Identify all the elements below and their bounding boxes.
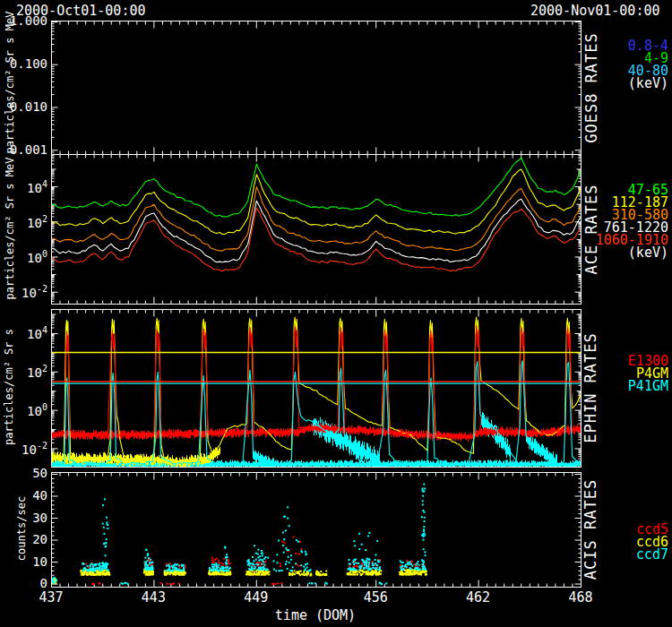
axis-ticks <box>52 21 582 155</box>
ephin-series-P41GM-band <box>314 417 380 468</box>
legend-ace: 47-65112-187310-580761-12201060-1910(keV… <box>596 184 668 259</box>
y-axis-label-acis: counts/sec <box>15 471 28 586</box>
y-axis-label-ace: particles/cm² Sr s MeV <box>3 153 15 303</box>
panel-goes8-plot <box>51 21 582 155</box>
legend-item: ccd7 <box>636 548 668 561</box>
x-tick-label: 437 <box>24 589 78 606</box>
legend-item: P41GM <box>628 380 668 392</box>
ephin-series-P41GM-band <box>482 412 511 462</box>
legend-item: (keV) <box>628 77 668 90</box>
y-axis-label-ephin: particles/cm² Sr s <box>3 308 15 466</box>
axis-ticks <box>52 155 582 305</box>
ace-series-112187-line <box>52 169 582 235</box>
acis-series-ccd7-scatter <box>51 484 426 585</box>
x-tick-label: 456 <box>349 589 402 606</box>
x-tick-label: 462 <box>452 589 505 606</box>
panel-frame <box>52 473 582 588</box>
ephin-series-P41GM-line <box>52 361 582 466</box>
panel-ace-plot <box>51 154 582 305</box>
panel-frame <box>52 21 582 155</box>
panel-title-goes8: GOES8 RATES <box>582 21 599 154</box>
x-axis-title: time (DOM) <box>226 607 405 623</box>
panel-title-ephin: EPHIN RATES <box>582 309 599 467</box>
end-date-title: 2000-Nov01-00:00 <box>530 3 660 19</box>
legend-acis: ccd5ccd6ccd7 <box>636 523 668 561</box>
panel-frame <box>52 155 582 305</box>
ace-series-310580-line <box>52 187 582 252</box>
y-axis-label-goes8: particles/cm² Sr s MeV <box>3 20 15 153</box>
axis-ticks <box>52 473 582 588</box>
ace-series-4765-line <box>52 158 582 217</box>
panel-acis-plot <box>51 472 582 588</box>
legend-ephin: E1300P4GMP41GM <box>628 355 668 392</box>
legend-item: (keV) <box>596 246 668 259</box>
panel-title-acis: ACIS RATES <box>582 472 599 587</box>
x-tick-label: 468 <box>554 589 607 606</box>
x-tick-label: 443 <box>126 589 180 606</box>
x-tick-label: 449 <box>229 589 283 606</box>
legend-goes8: 0.8-44-940-80(keV) <box>628 39 668 90</box>
panel-ephin-plot <box>51 309 582 468</box>
chandra-radiation-monitor-figure: 2000-Oct01-00:00 2000-Nov01-00:00 time (… <box>0 0 672 627</box>
